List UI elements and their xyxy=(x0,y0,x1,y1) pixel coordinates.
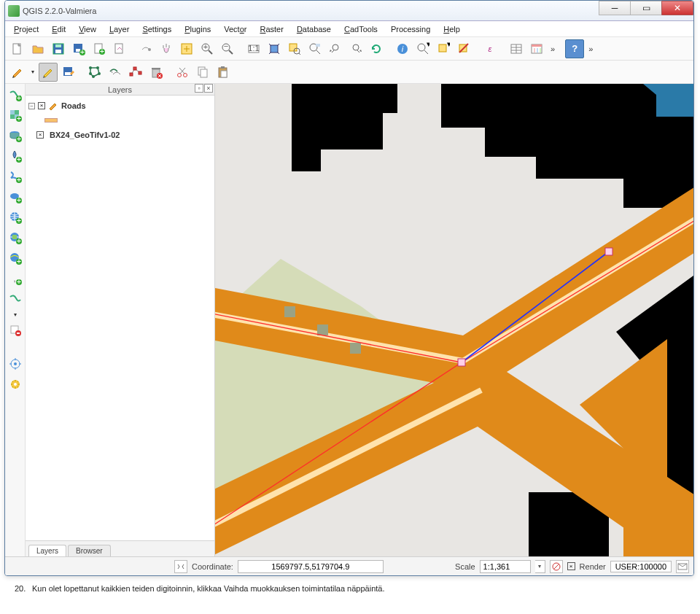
add-wms-button[interactable]: + xyxy=(7,209,23,225)
panel-undock-button[interactable]: ▫ xyxy=(195,84,203,93)
minimize-button[interactable]: ─ xyxy=(599,1,631,15)
svg-rect-3 xyxy=(55,44,61,47)
render-checkbox[interactable]: × xyxy=(567,562,575,570)
svg-rect-72 xyxy=(221,66,225,69)
zoom-layer-button[interactable] xyxy=(306,39,324,58)
save-project-button[interactable] xyxy=(49,39,68,58)
add-raster-button[interactable]: + xyxy=(7,107,23,123)
delete-selected-button[interactable] xyxy=(147,63,166,82)
add-mssql-button[interactable]: + xyxy=(7,168,23,184)
layers-panel: Layers ▫ × − × Roads × xyxy=(26,84,215,556)
new-composer-button[interactable]: + xyxy=(90,39,109,58)
processing-button[interactable] xyxy=(7,376,23,392)
add-oracle-button[interactable]: + xyxy=(7,189,23,205)
deselect-button[interactable]: ▾ xyxy=(434,39,453,58)
menu-project[interactable]: Project xyxy=(8,23,44,35)
crs-button[interactable]: USER:100000 xyxy=(610,561,672,572)
zoom-full-button[interactable] xyxy=(265,39,284,58)
remove-layer-button[interactable] xyxy=(7,322,23,338)
close-button[interactable]: ✕ xyxy=(661,1,693,15)
add-delimited-button[interactable]: ,+ xyxy=(7,271,23,287)
menu-help[interactable]: Help xyxy=(438,23,466,35)
zoom-last-button[interactable] xyxy=(326,39,345,58)
tab-browser[interactable]: Browser xyxy=(68,545,111,556)
add-postgis-button[interactable]: + xyxy=(7,128,23,144)
zoom-in-button[interactable]: + xyxy=(198,39,217,58)
svg-line-67 xyxy=(180,68,185,74)
new-project-button[interactable] xyxy=(8,39,27,58)
menu-settings[interactable]: Settings xyxy=(136,23,177,35)
map-canvas[interactable] xyxy=(215,84,693,556)
menu-processing[interactable]: Processing xyxy=(385,23,436,35)
expression-button[interactable]: ε xyxy=(481,42,499,56)
save-as-button[interactable]: + xyxy=(69,39,88,58)
svg-rect-57 xyxy=(130,73,133,76)
open-project-button[interactable] xyxy=(28,39,47,58)
move-feature-button[interactable] xyxy=(106,63,125,82)
help-button[interactable]: ? xyxy=(565,39,584,58)
menu-raster[interactable]: Raster xyxy=(254,23,289,35)
pan-selection-button[interactable] xyxy=(177,39,196,58)
expander-icon[interactable]: − xyxy=(28,103,35,109)
line-swatch-icon xyxy=(44,118,58,123)
svg-rect-28 xyxy=(316,44,320,47)
menu-database[interactable]: Database xyxy=(291,23,337,35)
add-wfs-button[interactable]: + xyxy=(7,250,23,266)
edits-dropdown[interactable]: ▾ xyxy=(28,69,37,75)
add-spatialite-button[interactable]: + xyxy=(7,148,23,164)
toolbar1-overflow[interactable]: » xyxy=(548,44,558,53)
tool-a[interactable] xyxy=(136,39,155,58)
menu-view[interactable]: View xyxy=(73,23,102,35)
current-edits-button[interactable] xyxy=(8,63,27,82)
panel-close-button[interactable]: × xyxy=(204,84,213,93)
add-vector-button[interactable]: + xyxy=(7,87,23,103)
attr-table-button[interactable] xyxy=(507,39,526,58)
save-edits-button[interactable] xyxy=(59,63,78,82)
menu-cadtools[interactable]: CadTools xyxy=(338,23,384,35)
zoom-selection-button[interactable] xyxy=(285,39,304,58)
copy-button[interactable] xyxy=(193,63,212,82)
menu-edit[interactable]: Edit xyxy=(46,23,71,35)
menu-vector[interactable]: Vector xyxy=(218,23,252,35)
toggle-extents-icon[interactable] xyxy=(174,560,187,573)
toolbar1-overflow2[interactable]: » xyxy=(586,44,596,53)
composer-manager-button[interactable] xyxy=(110,39,129,58)
tab-layers[interactable]: Layers xyxy=(28,545,66,556)
lock-scale-icon[interactable] xyxy=(550,560,563,573)
node-tool-button[interactable] xyxy=(126,63,145,82)
svg-rect-58 xyxy=(133,67,136,70)
layer-row-roads[interactable]: − × Roads xyxy=(28,98,211,113)
toggle-editing-button[interactable] xyxy=(39,63,58,82)
layer-row-raster[interactable]: × BX24_GeoTifv1-02 xyxy=(36,128,211,142)
field-calc-button[interactable] xyxy=(527,39,546,58)
expression-select-button[interactable] xyxy=(454,39,473,58)
svg-rect-46 xyxy=(532,44,542,47)
coord-input[interactable] xyxy=(238,560,384,573)
layer-checkbox[interactable]: × xyxy=(38,102,45,109)
paste-button[interactable] xyxy=(214,63,233,82)
select-button[interactable]: ▾ xyxy=(413,39,432,58)
zoom-native-button[interactable]: 1:1 xyxy=(244,39,263,58)
dock-drop[interactable]: ▾ xyxy=(11,311,20,318)
scale-input[interactable] xyxy=(480,560,531,573)
add-wcs-button[interactable]: + xyxy=(7,230,23,246)
add-feature-button[interactable] xyxy=(85,63,104,82)
svg-point-30 xyxy=(353,44,359,50)
layer-tree[interactable]: − × Roads × BX24_GeoTifv1-02 xyxy=(26,96,214,540)
layer-checkbox[interactable]: × xyxy=(36,131,44,139)
svg-point-56 xyxy=(96,66,99,69)
refresh-button[interactable] xyxy=(367,39,386,58)
menu-layer[interactable]: Layer xyxy=(104,23,136,35)
pan-button[interactable] xyxy=(157,39,176,58)
gps-button[interactable] xyxy=(7,356,23,372)
zoom-next-button[interactable] xyxy=(346,39,365,58)
app-icon xyxy=(8,5,20,17)
maximize-button[interactable]: ▭ xyxy=(630,1,662,15)
new-shapefile-button[interactable] xyxy=(7,291,23,307)
messages-icon[interactable] xyxy=(676,560,689,573)
cut-button[interactable] xyxy=(173,63,192,82)
zoom-out-button[interactable]: − xyxy=(218,39,237,58)
scale-dropdown[interactable]: ▾ xyxy=(535,560,545,573)
menu-plugins[interactable]: Plugins xyxy=(179,23,217,35)
identify-button[interactable]: i xyxy=(393,39,412,58)
